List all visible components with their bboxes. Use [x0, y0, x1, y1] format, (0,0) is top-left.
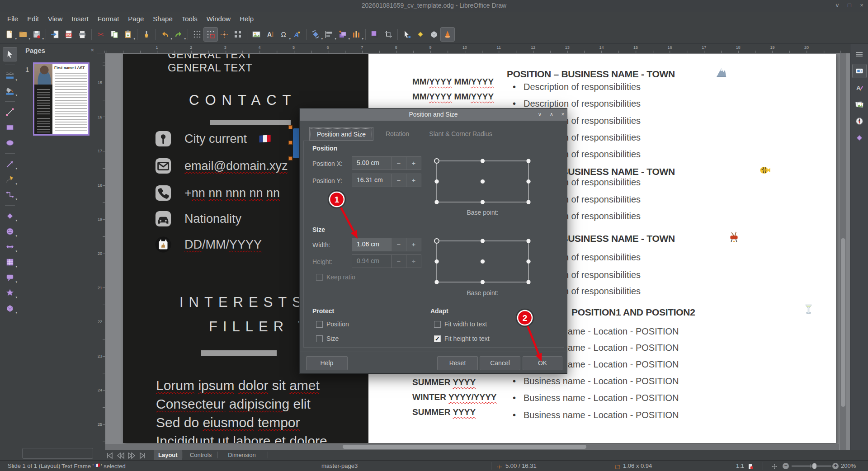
vertical-scrollbar[interactable]: [840, 53, 846, 450]
menu-help[interactable]: Help: [235, 14, 258, 24]
dropdown-arrow-icon[interactable]: ▾: [15, 234, 17, 238]
menu-view[interactable]: View: [43, 14, 67, 24]
export-button[interactable]: [48, 28, 62, 41]
redo-button[interactable]: ▾: [172, 28, 185, 41]
menu-format[interactable]: Format: [93, 14, 124, 24]
dropdown-arrow-icon[interactable]: ▾: [362, 37, 363, 41]
menu-file[interactable]: File: [3, 14, 23, 24]
dropdown-arrow-icon[interactable]: ▾: [15, 311, 17, 315]
zoom-in-button[interactable]: +: [832, 463, 839, 469]
arrange-button[interactable]: ▾: [336, 28, 349, 41]
basic-shapes-button[interactable]: ▾: [3, 209, 17, 223]
go-next-page-button[interactable]: [127, 451, 136, 458]
position-y-decrease-button[interactable]: −: [392, 174, 406, 187]
cursor-position[interactable]: 5.00 / 16.31: [505, 462, 537, 469]
height-decrease-button[interactable]: −: [392, 254, 406, 268]
dropdown-arrow-icon[interactable]: ▾: [15, 280, 17, 284]
go-last-page-button[interactable]: [138, 451, 147, 458]
block-arrows-button[interactable]: ▾: [3, 240, 17, 254]
horizontal-ruler[interactable]: 1234567891011121314151617181920: [97, 44, 850, 53]
zoom-slider-thumb[interactable]: [812, 463, 816, 469]
document-modified-icon[interactable]: [747, 463, 754, 471]
fit-height-to-text-checkbox[interactable]: ✓Fit height to text: [434, 335, 490, 342]
menu-page[interactable]: Page: [123, 14, 148, 24]
tab-slant-corner-radius[interactable]: Slant & Corner Radius: [425, 127, 497, 141]
insert-fontwork-button[interactable]: A: [290, 28, 304, 41]
dropdown-arrow-icon[interactable]: ▾: [15, 250, 17, 253]
width-decrease-button[interactable]: −: [392, 238, 406, 251]
paste-button[interactable]: ▾: [121, 28, 135, 41]
toggle-3d-button[interactable]: [427, 28, 441, 41]
3d-objects-button[interactable]: ▾: [3, 301, 17, 315]
scale-indicator[interactable]: 1:1: [736, 462, 744, 469]
line-color-button[interactable]: ▾: [3, 69, 17, 82]
dropdown-arrow-icon[interactable]: ▾: [15, 296, 17, 299]
width-input[interactable]: 1.06 cm: [352, 238, 392, 251]
selection-handle[interactable]: [288, 141, 292, 145]
fit-slide-icon[interactable]: [771, 463, 778, 471]
pages-panel-close-icon[interactable]: ×: [90, 47, 94, 53]
properties-deck-button[interactable]: [853, 64, 866, 78]
cut-button[interactable]: ✂: [94, 28, 108, 41]
position-y-increase-button[interactable]: +: [406, 174, 421, 187]
navigator-deck-button[interactable]: [853, 114, 866, 128]
toggle-extrusion-button[interactable]: [441, 28, 454, 41]
lines-and-arrows-button[interactable]: ▾: [3, 157, 17, 171]
menu-shape[interactable]: Shape: [148, 14, 177, 24]
menu-insert[interactable]: Insert: [67, 14, 93, 24]
protect-position-checkbox[interactable]: Position: [316, 320, 349, 328]
distribution-button[interactable]: ▾: [349, 28, 363, 41]
edit-points-button[interactable]: [400, 28, 414, 41]
menu-window[interactable]: Window: [202, 14, 235, 24]
helplines-while-moving-button[interactable]: [217, 28, 231, 41]
snap-to-grid-button[interactable]: [204, 28, 217, 41]
clone-formatting-button[interactable]: [140, 28, 153, 41]
vertical-ruler[interactable]: 1516171819202122232425: [97, 53, 105, 450]
layer-tab-dimension-lines[interactable]: Dimension Lines: [217, 450, 267, 460]
glue-points-button[interactable]: [414, 28, 427, 41]
ellipse-button[interactable]: [3, 136, 17, 150]
insert-text-box-button[interactable]: A: [263, 28, 277, 41]
layer-tab-layout[interactable]: Layout: [154, 450, 182, 460]
position-x-increase-button[interactable]: +: [406, 156, 421, 170]
open-button[interactable]: ▾: [16, 28, 30, 41]
callout-shapes-button[interactable]: ▾: [3, 271, 17, 284]
go-first-page-button[interactable]: [105, 451, 114, 458]
position-x-decrease-button[interactable]: −: [392, 156, 406, 170]
styles-deck-button[interactable]: A: [853, 81, 866, 94]
undo-button[interactable]: ▾: [158, 28, 172, 41]
dropdown-arrow-icon[interactable]: ▾: [15, 198, 17, 201]
horizontal-scrollbar[interactable]: [105, 444, 839, 450]
window-maximize-button[interactable]: □: [844, 1, 855, 10]
dropdown-arrow-icon[interactable]: ▾: [42, 37, 44, 41]
ok-button[interactable]: OK: [523, 356, 562, 370]
object-size[interactable]: 1.06 x 0.94: [623, 462, 652, 469]
insert-special-character-button[interactable]: Ω▾: [277, 28, 290, 41]
selection-handle[interactable]: [288, 156, 292, 160]
page-thumbnail[interactable]: First name LAST: [33, 62, 90, 136]
dropdown-arrow-icon[interactable]: ▾: [15, 219, 17, 222]
connectors-button[interactable]: ▾: [3, 188, 17, 202]
shadow-button[interactable]: [368, 28, 382, 41]
dialog-title-bar[interactable]: Position and Size: [300, 108, 567, 121]
insert-image-button[interactable]: [250, 28, 263, 41]
layer-tab-controls[interactable]: Controls: [185, 450, 217, 460]
copy-button[interactable]: [108, 28, 121, 41]
tab-position-and-size[interactable]: Position and Size: [309, 127, 373, 141]
zoom-slider-track[interactable]: [792, 466, 831, 466]
dropdown-arrow-icon[interactable]: ▾: [15, 78, 17, 82]
help-button[interactable]: Help: [306, 356, 348, 370]
insert-line-button[interactable]: [3, 105, 17, 119]
show-glue-points-button[interactable]: [231, 28, 245, 41]
zoom-out-button[interactable]: −: [783, 463, 789, 469]
window-close-button[interactable]: ×: [856, 1, 868, 10]
width-increase-button[interactable]: +: [406, 238, 421, 251]
rectangle-button[interactable]: [3, 121, 17, 134]
master-page-name[interactable]: master-page3: [321, 462, 358, 469]
display-grid-button[interactable]: [190, 28, 204, 41]
new-document-button[interactable]: ▾: [3, 28, 16, 41]
dropdown-arrow-icon[interactable]: ▾: [15, 182, 17, 186]
shapes-deck-button[interactable]: [853, 131, 866, 145]
fit-width-to-text-checkbox[interactable]: Fit width to text: [434, 320, 487, 328]
protect-size-checkbox[interactable]: Size: [316, 335, 339, 342]
